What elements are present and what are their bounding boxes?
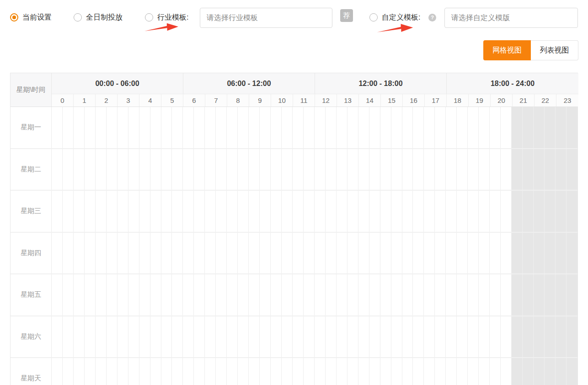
time-slot-cell[interactable] xyxy=(435,358,446,385)
time-slot-cell[interactable] xyxy=(205,316,216,358)
time-slot-cell[interactable] xyxy=(52,274,63,315)
time-slot-cell[interactable] xyxy=(63,107,74,148)
time-slot-cell[interactable] xyxy=(161,358,172,385)
time-slot-cell[interactable] xyxy=(249,316,260,358)
time-slot-cell[interactable] xyxy=(85,149,96,190)
time-slot-cell[interactable] xyxy=(534,274,545,315)
time-slot-cell[interactable] xyxy=(534,316,545,358)
time-slot-cell[interactable] xyxy=(446,274,457,315)
time-slot-cell[interactable] xyxy=(139,274,150,315)
time-slot-cell[interactable] xyxy=(172,274,183,315)
time-slot-cell[interactable] xyxy=(315,191,326,232)
time-slot-cell[interactable] xyxy=(501,107,512,148)
time-slot-cell[interactable] xyxy=(96,149,107,190)
time-slot-cell[interactable] xyxy=(567,316,577,358)
time-slot-cell[interactable] xyxy=(369,233,380,274)
time-slot-cell[interactable] xyxy=(238,274,249,315)
time-slot-cell[interactable] xyxy=(128,316,139,358)
time-slot-cell[interactable] xyxy=(139,107,150,148)
time-slot-cell[interactable] xyxy=(512,358,523,385)
time-slot-cell[interactable] xyxy=(380,107,391,148)
time-slot-cell[interactable] xyxy=(315,233,326,274)
industry-template-select[interactable] xyxy=(200,8,332,28)
time-slot-cell[interactable] xyxy=(150,316,161,358)
time-slot-cell[interactable] xyxy=(293,358,304,385)
time-slot-cell[interactable] xyxy=(534,358,545,385)
time-slot-cell[interactable] xyxy=(326,233,337,274)
time-slot-cell[interactable] xyxy=(96,107,107,148)
time-slot-cell[interactable] xyxy=(260,358,271,385)
time-slot-cell[interactable] xyxy=(523,358,534,385)
time-slot-cell[interactable] xyxy=(107,191,118,232)
time-slot-cell[interactable] xyxy=(183,107,194,148)
time-slot-cell[interactable] xyxy=(238,149,249,190)
time-slot-cell[interactable] xyxy=(380,358,391,385)
time-slot-cell[interactable] xyxy=(74,274,85,315)
time-slot-cell[interactable] xyxy=(183,274,194,315)
time-slot-cell[interactable] xyxy=(249,107,260,148)
time-slot-cell[interactable] xyxy=(347,149,358,190)
time-slot-cell[interactable] xyxy=(227,274,238,315)
time-slot-cell[interactable] xyxy=(271,149,282,190)
time-slot-cell[interactable] xyxy=(326,149,337,190)
time-slot-cell[interactable] xyxy=(512,316,523,358)
time-slot-cell[interactable] xyxy=(260,107,271,148)
time-slot-cell[interactable] xyxy=(424,191,435,232)
time-slot-cell[interactable] xyxy=(282,316,293,358)
time-slot-cell[interactable] xyxy=(523,107,534,148)
time-slot-cell[interactable] xyxy=(118,274,128,315)
time-slot-cell[interactable] xyxy=(315,107,326,148)
time-slot-cell[interactable] xyxy=(512,107,523,148)
time-slot-cell[interactable] xyxy=(118,358,128,385)
time-slot-cell[interactable] xyxy=(501,358,512,385)
time-slot-cell[interactable] xyxy=(249,274,260,315)
time-slot-cell[interactable] xyxy=(369,274,380,315)
time-slot-cell[interactable] xyxy=(479,191,490,232)
time-slot-cell[interactable] xyxy=(545,149,556,190)
time-slot-cell[interactable] xyxy=(282,191,293,232)
time-slot-cell[interactable] xyxy=(468,358,479,385)
time-slot-cell[interactable] xyxy=(337,107,347,148)
time-slot-cell[interactable] xyxy=(74,358,85,385)
time-slot-cell[interactable] xyxy=(567,149,577,190)
time-slot-cell[interactable] xyxy=(468,149,479,190)
time-slot-cell[interactable] xyxy=(326,358,337,385)
time-slot-cell[interactable] xyxy=(216,358,227,385)
time-slot-cell[interactable] xyxy=(150,274,161,315)
time-slot-cell[interactable] xyxy=(63,358,74,385)
time-slot-cell[interactable] xyxy=(380,316,391,358)
time-slot-cell[interactable] xyxy=(63,149,74,190)
time-slot-cell[interactable] xyxy=(216,107,227,148)
time-slot-cell[interactable] xyxy=(161,107,172,148)
time-slot-cell[interactable] xyxy=(358,274,369,315)
time-slot-cell[interactable] xyxy=(402,316,413,358)
time-slot-cell[interactable] xyxy=(545,274,556,315)
time-slot-cell[interactable] xyxy=(205,107,216,148)
time-slot-cell[interactable] xyxy=(172,191,183,232)
time-slot-cell[interactable] xyxy=(85,274,96,315)
time-slot-cell[interactable] xyxy=(260,316,271,358)
time-slot-cell[interactable] xyxy=(358,316,369,358)
time-slot-cell[interactable] xyxy=(128,233,139,274)
time-slot-cell[interactable] xyxy=(556,149,567,190)
time-slot-cell[interactable] xyxy=(369,107,380,148)
time-slot-cell[interactable] xyxy=(172,233,183,274)
time-slot-cell[interactable] xyxy=(216,233,227,274)
radio-all-day[interactable]: 全日制投放 xyxy=(74,13,123,22)
time-slot-cell[interactable] xyxy=(216,274,227,315)
time-slot-cell[interactable] xyxy=(172,107,183,148)
time-slot-cell[interactable] xyxy=(424,316,435,358)
radio-unselected-icon[interactable] xyxy=(369,13,378,21)
time-slot-cell[interactable] xyxy=(161,233,172,274)
time-slot-cell[interactable] xyxy=(479,107,490,148)
time-slot-cell[interactable] xyxy=(479,233,490,274)
time-slot-cell[interactable] xyxy=(96,233,107,274)
help-question-icon[interactable]: ? xyxy=(428,14,436,21)
time-slot-cell[interactable] xyxy=(227,316,238,358)
time-slot-cell[interactable] xyxy=(457,316,468,358)
radio-unselected-icon[interactable] xyxy=(74,13,82,21)
time-slot-cell[interactable] xyxy=(249,191,260,232)
time-slot-cell[interactable] xyxy=(128,191,139,232)
time-slot-cell[interactable] xyxy=(457,149,468,190)
time-slot-cell[interactable] xyxy=(85,358,96,385)
